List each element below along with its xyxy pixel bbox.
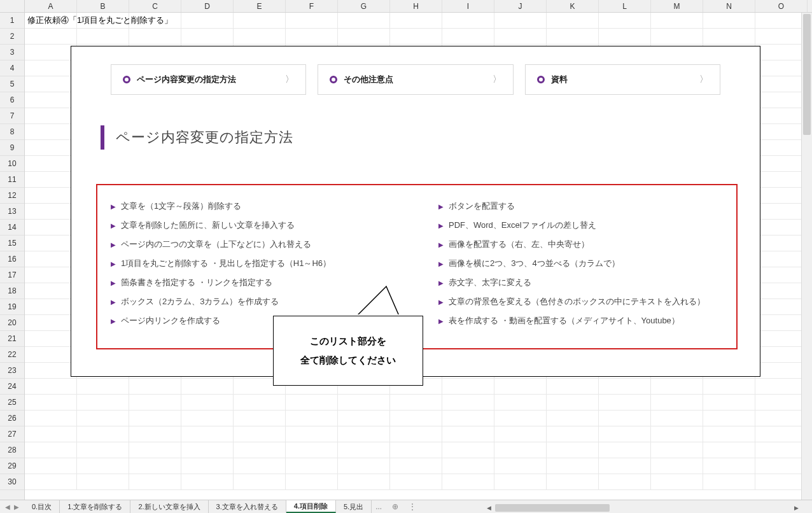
scroll-right-icon[interactable]: ▶ (791, 503, 801, 513)
row-header[interactable]: 25 (0, 395, 24, 411)
row-header[interactable]: 15 (0, 235, 24, 251)
row-header[interactable]: 20 (0, 315, 24, 331)
row-header[interactable]: 13 (0, 204, 24, 220)
row-header[interactable]: 29 (0, 458, 24, 474)
list-item[interactable]: ▶文章を（1文字～段落）削除する (111, 197, 419, 216)
column-header[interactable]: H (390, 0, 442, 12)
column-header[interactable]: D (181, 0, 234, 12)
column-header[interactable]: G (338, 0, 390, 12)
column-header[interactable]: N (703, 0, 755, 12)
row-header[interactable]: 14 (0, 220, 24, 235)
list-item-text: 1項目を丸ごと削除する ・見出しを指定する（H1～H6） (121, 258, 331, 269)
triangle-marker-icon: ▶ (438, 203, 444, 210)
list-item-text: ボックス（2カラム、3カラム）を作成する (121, 296, 279, 307)
list-item[interactable]: ▶1項目を丸ごと削除する ・見出しを指定する（H1～H6） (111, 254, 419, 273)
column-header[interactable]: L (599, 0, 651, 12)
cells-region[interactable]: 修正依頼④「1項目を丸ごと削除する」 ページ内容変更の指定方法 〉 そ (25, 13, 812, 490)
column-header[interactable]: K (547, 0, 599, 12)
column-header[interactable]: E (234, 0, 286, 12)
vertical-scrollbar[interactable] (801, 13, 812, 500)
row-header[interactable]: 21 (0, 331, 24, 347)
list-item[interactable]: ▶赤文字、太字に変える (438, 273, 747, 292)
row-header[interactable]: 4 (0, 60, 24, 76)
row-header[interactable]: 28 (0, 442, 24, 458)
scrollbar-thumb[interactable] (803, 14, 811, 135)
grid-area: ABCDEFGHIJKLMNO 修正依頼④「1項目を丸ごと削除する」 ページ内容… (25, 0, 812, 500)
list-item[interactable]: ▶PDF、Word、Excelファイルの差し替え (438, 216, 747, 235)
callout-box: このリスト部分を 全て削除してください (273, 316, 423, 386)
column-header[interactable]: C (129, 0, 181, 12)
list-item-text: 箇条書きを指定する ・リンクを指定する (121, 277, 272, 288)
sheet-tab[interactable]: 4.項目削除 (286, 500, 336, 513)
row-header[interactable]: 12 (0, 188, 24, 204)
row-header[interactable]: 18 (0, 283, 24, 299)
sheet-tab[interactable]: 2.新しい文章を挿入 (130, 500, 208, 513)
chevron-right-icon: 〉 (699, 74, 708, 85)
row-header[interactable]: 2 (0, 29, 24, 45)
triangle-marker-icon: ▶ (111, 318, 116, 325)
column-header[interactable]: O (755, 0, 808, 12)
row-header[interactable]: 22 (0, 347, 24, 363)
column-header[interactable]: B (77, 0, 129, 12)
row-header[interactable]: 9 (0, 140, 24, 156)
list-item[interactable]: ▶表を作成する ・動画を配置する（メディアサイト、Youtube） (438, 311, 747, 330)
select-all-corner[interactable] (0, 0, 24, 13)
list-item[interactable]: ▶画像を配置する（右、左、中央寄せ） (438, 235, 747, 254)
triangle-marker-icon: ▶ (111, 279, 116, 286)
row-header[interactable]: 8 (0, 124, 24, 140)
list-item-text: 文章を削除した箇所に、新しい文章を挿入する (121, 220, 295, 231)
column-header[interactable]: J (494, 0, 547, 12)
tab-nav-next-icon[interactable]: ▶ (14, 503, 19, 510)
list-item[interactable]: ▶ボタンを配置する (438, 197, 747, 216)
row-header[interactable]: 23 (0, 363, 24, 379)
bullet-icon (537, 76, 545, 83)
scrollbar-thumb[interactable] (495, 504, 610, 512)
list-item[interactable]: ▶画像を横に2つ、3つ、4つ並べる（カラムで） (438, 254, 747, 273)
list-item[interactable]: ▶文章を削除した箇所に、新しい文章を挿入する (111, 216, 419, 235)
spreadsheet-grid: 1234567891011121314151617181920212223242… (0, 0, 812, 500)
scroll-left-icon[interactable]: ◀ (484, 503, 494, 513)
list-item-text: 画像を横に2つ、3つ、4つ並べる（カラムで） (449, 258, 620, 269)
heading-text: ページ内容変更の指定方法 (116, 128, 293, 147)
row-header[interactable]: 3 (0, 45, 24, 60)
nav-card-notes[interactable]: その他注意点 〉 (318, 64, 513, 95)
column-header[interactable]: F (286, 0, 338, 12)
column-header[interactable]: I (442, 0, 494, 12)
row-header[interactable]: 17 (0, 267, 24, 283)
tabs-ellipsis[interactable]: ... (372, 500, 386, 513)
row-header[interactable]: 19 (0, 299, 24, 315)
row-header[interactable]: 1 (0, 13, 24, 29)
bullet-icon (330, 76, 337, 83)
horizontal-scrollbar[interactable]: ◀ ▶ (484, 502, 801, 513)
list-item[interactable]: ▶文章の背景色を変える（色付きのボックスの中にテキストを入れる） (438, 292, 747, 311)
nav-card-materials[interactable]: 資料 〉 (525, 64, 720, 95)
row-header[interactable]: 27 (0, 426, 24, 442)
row-header[interactable]: 7 (0, 108, 24, 124)
cell-a1[interactable]: 修正依頼④「1項目を丸ごと削除する」 (25, 13, 175, 29)
row-header[interactable]: 5 (0, 76, 24, 92)
row-header[interactable]: 10 (0, 156, 24, 172)
row-header[interactable]: 26 (0, 411, 24, 426)
row-header[interactable]: 30 (0, 474, 24, 490)
sheet-tab[interactable]: 1.文章を削除する (60, 500, 130, 513)
row-header[interactable]: 11 (0, 172, 24, 188)
tabs-menu-icon[interactable]: ⋮ (405, 500, 420, 513)
column-header[interactable]: A (25, 0, 77, 12)
list-item[interactable]: ▶ページ内の二つの文章を（上下などに）入れ替える (111, 235, 419, 254)
row-header[interactable]: 16 (0, 251, 24, 267)
tab-nav-prev-icon[interactable]: ◀ (5, 503, 10, 510)
sheet-tab[interactable]: 5.見出 (336, 500, 372, 513)
row-header[interactable]: 24 (0, 379, 24, 395)
row-header[interactable]: 6 (0, 92, 24, 108)
callout-tail-icon (356, 285, 400, 317)
add-sheet-button[interactable]: ⊕ (386, 500, 405, 513)
list-item-text: 赤文字、太字に変える (449, 277, 531, 288)
nav-card-page-change[interactable]: ページ内容変更の指定方法 〉 (111, 64, 306, 95)
sheet-tab[interactable]: 0.目次 (24, 500, 60, 513)
triangle-marker-icon: ▶ (111, 260, 116, 267)
chevron-right-icon: 〉 (285, 74, 294, 85)
sheet-tab[interactable]: 3.文章を入れ替える (209, 500, 286, 513)
svg-marker-0 (357, 286, 399, 316)
list-item-text: ボタンを配置する (449, 200, 515, 212)
column-header[interactable]: M (651, 0, 703, 12)
